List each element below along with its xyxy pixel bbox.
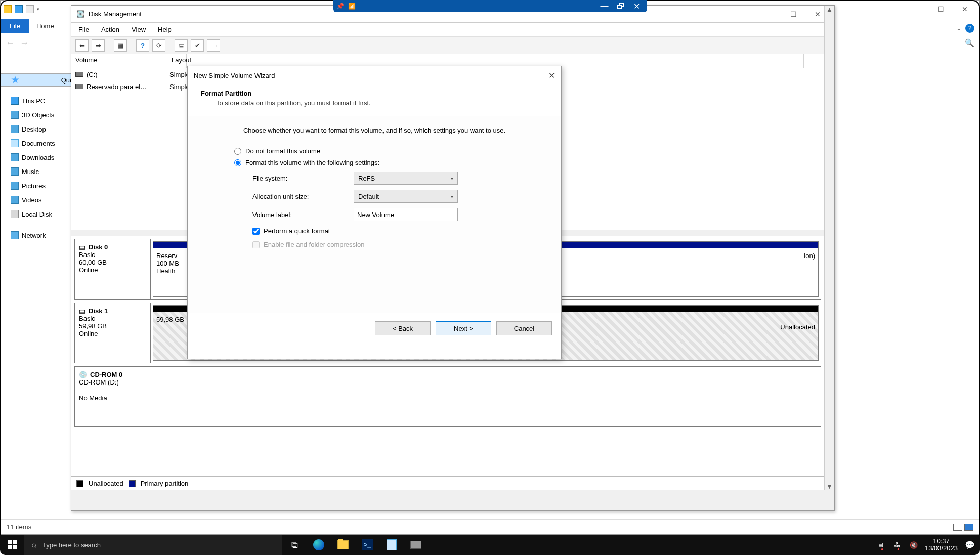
dm-menu-item[interactable]: View <box>132 26 146 33</box>
explorer-icon <box>4 5 12 13</box>
rdp-minimize-button[interactable]: — <box>598 2 612 11</box>
radio-format-with-settings-label: Format this volume with the following se… <box>245 159 379 166</box>
volume-layout: Simple <box>167 83 187 91</box>
explorer-minimize-button[interactable]: — <box>905 2 928 17</box>
nav-back-button[interactable]: ← <box>6 38 15 49</box>
ribbon-home-tab[interactable]: Home <box>29 19 61 33</box>
quick-format-checkbox[interactable] <box>252 228 260 235</box>
taskbar-edge-button[interactable] <box>307 535 331 555</box>
wizard-titlebar[interactable]: New Simple Volume Wizard ✕ <box>188 66 561 84</box>
nav-tree-item[interactable]: Pictures <box>11 179 71 193</box>
dm-menu-item[interactable]: Action <box>101 26 119 33</box>
taskbar-diskmgmt-button[interactable] <box>404 535 428 555</box>
allocation-unit-label: Allocation unit size: <box>252 193 354 200</box>
nav-tree-item[interactable]: Local Disk <box>11 207 71 221</box>
legend-primary-swatch <box>129 480 136 487</box>
rdp-close-button[interactable]: ✕ <box>630 2 644 11</box>
start-button[interactable] <box>0 535 24 555</box>
tree-item-icon <box>11 76 19 84</box>
radio-do-not-format-label: Do not format this volume <box>245 147 320 155</box>
nav-tree-item[interactable]: This PC <box>11 94 71 108</box>
tb-forward-button[interactable]: ➡ <box>92 39 105 52</box>
ribbon-collapse-icon[interactable]: ⌄ <box>956 25 961 32</box>
taskbar-search[interactable]: ⌕ Type here to search <box>24 535 282 555</box>
disk-name: Disk 1 <box>89 307 108 315</box>
nav-forward-button[interactable]: → <box>20 38 29 49</box>
explorer-search-icon[interactable]: 🔍 <box>965 38 974 48</box>
taskbar-search-placeholder: Type here to search <box>42 541 101 549</box>
wizard-close-button[interactable]: ✕ <box>548 71 555 80</box>
nav-tree-item[interactable]: 3D Objects <box>11 108 71 122</box>
tb-help-button[interactable]: ? <box>136 39 149 52</box>
explorer-maximize-button[interactable]: ☐ <box>929 2 952 17</box>
dm-scrollbar[interactable]: ▲▼ <box>824 6 834 490</box>
tb-refresh-button[interactable]: ⟳ <box>152 39 165 52</box>
radio-format-with-settings[interactable] <box>234 159 241 166</box>
tray-display-icon[interactable]: 🖥● <box>877 541 886 549</box>
volume-icon <box>75 72 83 77</box>
partition-line2: 100 MB <box>156 260 190 267</box>
pin-icon[interactable]: 📌 <box>336 3 344 10</box>
rdp-restore-button[interactable]: 🗗 <box>614 2 628 11</box>
wizard-cancel-button[interactable]: Cancel <box>496 321 552 335</box>
col-volume[interactable]: Volume <box>71 54 167 68</box>
chevron-down-icon: ▾ <box>451 194 453 199</box>
taskbar-powershell-button[interactable]: >_ <box>355 535 379 555</box>
tb-back-button[interactable]: ⬅ <box>75 39 89 52</box>
tray-clock[interactable]: 10:37 13/03/2023 <box>925 538 958 552</box>
file-system-select[interactable]: ReFS ▾ <box>354 172 458 185</box>
tb-settings-button[interactable]: 🖴 <box>175 39 188 52</box>
tree-item-label: This PC <box>22 97 45 105</box>
qat-properties-icon[interactable] <box>15 5 23 13</box>
tray-date: 13/03/2023 <box>925 545 958 552</box>
tray-volume-icon[interactable]: 🔇 <box>910 541 918 549</box>
view-details-button[interactable] <box>953 524 962 531</box>
wizard-next-button[interactable]: Next > <box>436 321 491 335</box>
nav-tree-item[interactable]: Music <box>11 164 71 179</box>
compression-checkbox <box>252 241 260 248</box>
tray-network-icon[interactable]: 🖧● <box>893 541 903 549</box>
wizard-back-button[interactable]: < Back <box>375 321 431 335</box>
nav-tree-item[interactable]: Desktop <box>11 122 71 136</box>
nav-tree-item[interactable]: Videos <box>11 193 71 207</box>
radio-do-not-format[interactable] <box>234 148 241 155</box>
dm-minimize-button[interactable]: — <box>757 7 781 22</box>
action-center-button[interactable]: 💬 <box>965 540 975 550</box>
qat-customize-icon[interactable]: ▾ <box>37 7 39 12</box>
dm-menu-bar: FileActionViewHelp <box>71 23 834 37</box>
tb-action1-button[interactable]: ✔ <box>191 39 204 52</box>
dm-app-icon: 💽 <box>76 10 84 18</box>
explorer-close-button[interactable]: ✕ <box>953 2 976 17</box>
col-layout[interactable]: Layout <box>167 54 187 68</box>
nav-tree-item[interactable]: Network <box>11 228 71 242</box>
nav-tree-item[interactable]: Documents <box>11 136 71 150</box>
tb-show-hide-button[interactable]: ▦ <box>114 39 127 52</box>
dm-title-text: Disk Management <box>89 10 142 18</box>
help-icon[interactable]: ? <box>965 24 974 33</box>
ribbon-file-tab[interactable]: File <box>1 19 29 33</box>
allocation-unit-select[interactable]: Default ▾ <box>354 190 458 203</box>
disk-row[interactable]: 💿CD-ROM 0CD-ROM (D:)No Media <box>74 366 821 427</box>
dm-legend: Unallocated Primary partition <box>71 476 824 490</box>
task-view-button[interactable]: ⧉ <box>282 535 307 555</box>
new-simple-volume-wizard: New Simple Volume Wizard ✕ Format Partit… <box>187 66 562 359</box>
disk-icon: 💿 <box>79 371 87 378</box>
dm-menu-item[interactable]: File <box>78 26 89 33</box>
tree-item-icon <box>11 167 19 176</box>
volume-label-input[interactable] <box>354 208 458 221</box>
dm-maximize-button[interactable]: ☐ <box>782 7 805 22</box>
dm-menu-item[interactable]: Help <box>158 26 172 33</box>
nav-tree-item[interactable]: Downloads <box>11 150 71 164</box>
tb-action2-button[interactable]: ▭ <box>207 39 220 52</box>
system-tray: 🖥● 🖧● 🔇 10:37 13/03/2023 💬 <box>872 538 980 552</box>
search-icon: ⌕ <box>31 540 36 549</box>
qat-newfolder-icon[interactable] <box>26 5 34 13</box>
tree-item-icon <box>11 182 19 190</box>
notepad-icon <box>387 539 397 550</box>
taskbar-explorer-button[interactable] <box>331 535 355 555</box>
view-icons-button[interactable] <box>964 524 973 531</box>
legend-unallocated-swatch <box>76 480 83 487</box>
tree-item-icon <box>11 196 19 204</box>
rdp-connection-bar[interactable]: 📌 📶 — 🗗 ✕ <box>333 0 647 12</box>
taskbar-notepad-button[interactable] <box>379 535 404 555</box>
